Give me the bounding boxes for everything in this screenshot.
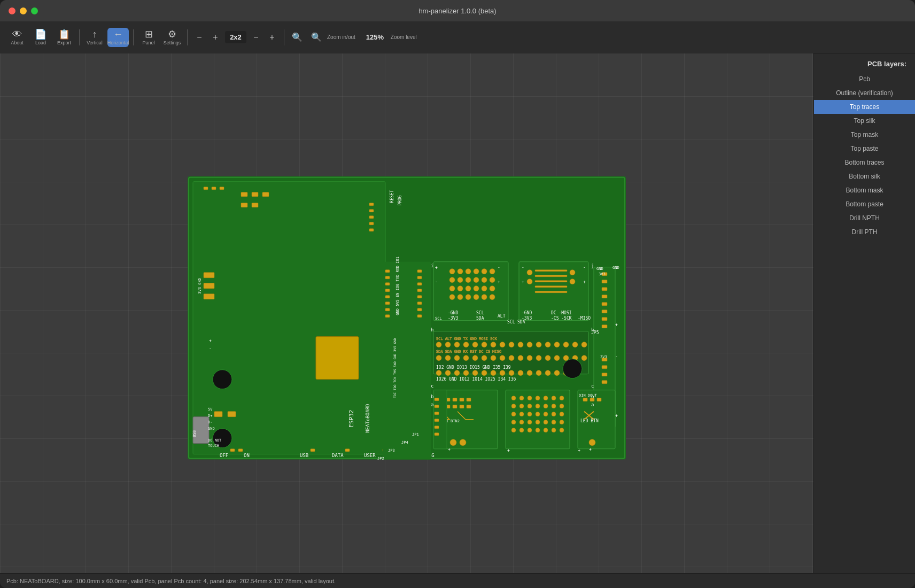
sidebar-item-bottom-paste[interactable]: Bottom paste: [814, 197, 915, 211]
svg-point-147: [554, 342, 560, 347]
svg-text:DIN  DOUT: DIN DOUT: [579, 393, 598, 398]
svg-rect-45: [385, 296, 390, 298]
svg-point-61: [466, 269, 471, 274]
vertical-button[interactable]: ↑ Vertical: [84, 28, 105, 47]
svg-text:+: +: [522, 280, 524, 284]
sidebar-item-top-paste[interactable]: Top paste: [814, 142, 915, 156]
svg-text:TDI TDO TCK TMS SWO GND 3V5 GN: TDI TDO TCK TMS SWO GND 3V5 GND: [393, 338, 397, 398]
sidebar-item-top-silk[interactable]: Top silk: [814, 114, 915, 128]
svg-point-157: [482, 355, 487, 361]
columns-plus-button[interactable]: +: [208, 28, 223, 47]
sidebar-item-bottom-silk[interactable]: Bottom silk: [814, 169, 915, 183]
settings-icon: ⚙: [168, 29, 176, 39]
sidebar-item-bottom-traces[interactable]: Bottom traces: [814, 156, 915, 169]
rows-minus-button[interactable]: −: [249, 28, 263, 47]
about-button[interactable]: 👁 About: [6, 28, 28, 47]
svg-text:JP1: JP1: [412, 432, 419, 437]
svg-point-152: [436, 355, 441, 361]
svg-text:USB: USB: [300, 453, 308, 458]
svg-point-71: [449, 286, 455, 291]
svg-rect-6: [193, 417, 209, 444]
svg-point-79: [466, 295, 471, 300]
rows-plus-button[interactable]: +: [265, 28, 280, 47]
load-icon: 📄: [35, 29, 46, 39]
svg-rect-49: [417, 270, 422, 273]
svg-text:D-: D-: [208, 420, 212, 424]
vertical-label: Vertical: [87, 40, 103, 45]
svg-text:-: -: [615, 354, 618, 359]
svg-text:GND: GND: [596, 267, 603, 271]
svg-point-68: [474, 277, 479, 283]
zoom-out-button[interactable]: 🔍: [289, 28, 306, 47]
maximize-button[interactable]: [31, 7, 38, 14]
close-button[interactable]: [9, 7, 15, 14]
svg-rect-25: [369, 222, 374, 225]
svg-rect-114: [602, 280, 607, 283]
minimize-button[interactable]: [20, 7, 27, 14]
svg-rect-248: [435, 405, 439, 408]
sidebar-item-drill-pth[interactable]: Drill PTH: [814, 225, 915, 239]
svg-text:c: c: [591, 383, 594, 389]
svg-point-81: [482, 295, 487, 300]
svg-point-164: [545, 355, 550, 361]
svg-rect-98: [535, 291, 567, 293]
svg-text:-: -: [498, 265, 500, 270]
pcb-container: ESP32 NEAToBOARD: [188, 176, 626, 462]
window-title: hm-panelizer 1.0.0 (beta): [418, 7, 496, 15]
sidebar-item-top-mask[interactable]: Top mask: [814, 128, 915, 142]
horizontal-icon: ←: [113, 29, 123, 39]
svg-rect-196: [453, 405, 457, 408]
svg-point-180: [527, 370, 532, 376]
settings-button[interactable]: ⚙ Settings: [161, 28, 183, 47]
horizontal-button[interactable]: ← Horizontal: [107, 28, 129, 47]
svg-text:-3V3: -3V3: [448, 316, 458, 321]
load-button[interactable]: 📄 Load: [30, 28, 51, 47]
svg-point-138: [472, 342, 478, 347]
svg-point-181: [536, 370, 541, 376]
svg-point-219: [519, 412, 524, 416]
sidebar-item-pcb[interactable]: Pcb: [814, 72, 915, 86]
sidebar-item-outline[interactable]: Outline (verification): [814, 86, 915, 100]
sidebar-item-top-traces[interactable]: Top traces: [814, 100, 915, 114]
minus-icon: −: [197, 33, 201, 42]
svg-point-141: [500, 342, 505, 347]
sidebar-item-bottom-mask[interactable]: Bottom mask: [814, 183, 915, 197]
svg-point-236: [544, 428, 548, 432]
svg-rect-247: [435, 398, 439, 401]
svg-rect-56: [417, 315, 422, 318]
svg-text:IO26 GND  IO12 IO14 IO25 I34  : IO26 GND IO12 IO14 IO25 I34 I36: [436, 377, 516, 382]
zoom-in-button[interactable]: 🔍: [308, 28, 325, 47]
svg-text:b: b: [431, 394, 433, 399]
svg-point-134: [436, 342, 441, 347]
svg-rect-13: [252, 192, 258, 197]
title-bar: hm-panelizer 1.0.0 (beta): [0, 0, 915, 21]
svg-text:D+: D+: [208, 414, 212, 418]
svg-point-213: [528, 404, 532, 408]
columns-minus-button[interactable]: −: [192, 28, 207, 47]
svg-rect-252: [435, 433, 439, 436]
svg-text:-GND: -GND: [448, 311, 458, 315]
svg-rect-29: [311, 449, 315, 452]
canvas-area[interactable]: ESP32 NEAToBOARD: [0, 53, 813, 573]
panel-button[interactable]: ⊞ Panel: [138, 28, 159, 47]
svg-text:SCL: SCL: [476, 311, 484, 315]
svg-point-233: [519, 428, 524, 432]
zoom-value: 125%: [362, 31, 389, 43]
svg-point-224: [560, 412, 564, 416]
export-button[interactable]: 📋 Export: [53, 28, 75, 47]
svg-text:RESET: RESET: [390, 190, 394, 203]
main-area: ESP32 NEAToBOARD: [0, 53, 915, 573]
svg-point-243: [589, 439, 595, 446]
svg-point-182: [545, 370, 550, 376]
svg-point-172: [454, 370, 460, 376]
about-label: About: [11, 40, 24, 45]
svg-text:ESP32: ESP32: [348, 410, 355, 428]
svg-text:-: -: [435, 280, 438, 284]
svg-rect-10: [212, 187, 216, 190]
rows-group: − +: [249, 28, 280, 47]
svg-point-168: [581, 355, 587, 361]
sidebar-item-drill-npth[interactable]: Drill NPTH: [814, 211, 915, 225]
svg-point-163: [536, 355, 541, 361]
svg-rect-23: [369, 210, 374, 212]
svg-text:-CS -SCK: -CS -SCK: [551, 316, 572, 321]
